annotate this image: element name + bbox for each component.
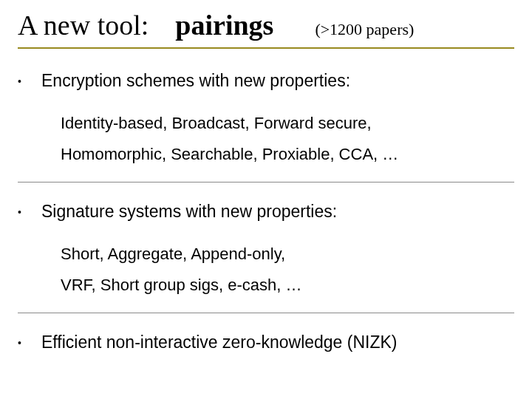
sub-line: Identity-based, Broadcast, Forward secur… [61, 108, 514, 139]
sub-line: Homomorphic, Searchable, Proxiable, CCA,… [61, 139, 514, 170]
section-1: • Encryption schemes with new properties… [18, 69, 514, 170]
title-underline [18, 47, 514, 49]
bullet-icon: • [18, 202, 28, 222]
bullet-text: Efficient non-interactive zero-knowledge… [41, 331, 398, 353]
bullet-icon: • [18, 332, 28, 353]
sub-line: Short, Aggregate, Append-only, [61, 239, 514, 270]
title-right: (>1200 papers) [315, 20, 414, 39]
bullet-row: • Signature systems with new properties: [18, 200, 514, 222]
sub-lines: Short, Aggregate, Append-only, VRF, Shor… [61, 239, 514, 301]
sub-lines: Identity-based, Broadcast, Forward secur… [61, 108, 514, 170]
bullet-row: • Encryption schemes with new properties… [18, 69, 514, 92]
sub-line: VRF, Short group sigs, e-cash, … [61, 270, 514, 301]
bullet-text: Signature systems with new properties: [41, 200, 337, 222]
title-row: A new tool: pairings (>1200 papers) [18, 9, 514, 46]
title-left: A new tool: [18, 9, 149, 41]
section-2: • Signature systems with new properties:… [18, 200, 514, 301]
title-mid: pairings [175, 9, 273, 41]
slide: A new tool: pairings (>1200 papers) • En… [0, 0, 532, 399]
separator [18, 182, 514, 183]
bullet-icon: • [18, 71, 28, 92]
bullet-text: Encryption schemes with new properties: [41, 69, 350, 92]
bullet-row: • Efficient non-interactive zero-knowled… [18, 331, 514, 353]
section-3: • Efficient non-interactive zero-knowled… [18, 331, 514, 353]
separator [18, 313, 514, 313]
